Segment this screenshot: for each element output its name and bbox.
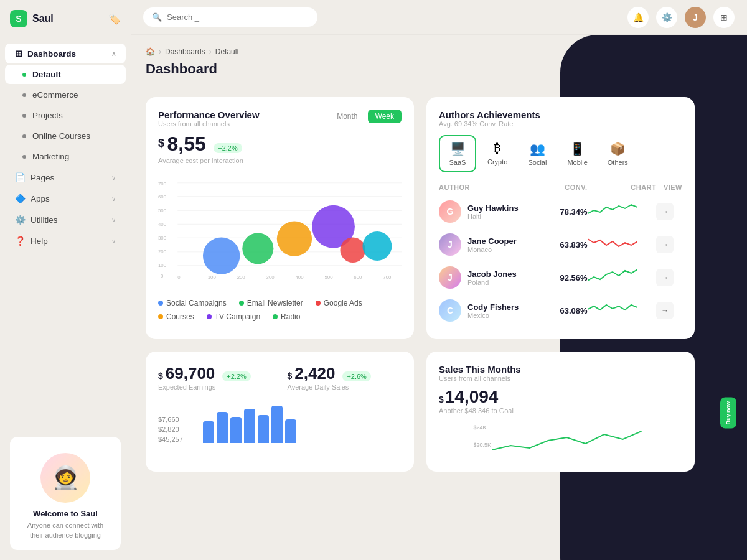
legend-radio: Radio [273, 312, 300, 321]
performance-value: 8,55 [167, 133, 205, 155]
author-tab-mobile[interactable]: 📱 Mobile [558, 135, 596, 172]
pin-icon[interactable]: 🏷️ [108, 13, 121, 25]
sidebar-item-projects[interactable]: Projects [5, 106, 126, 125]
sidebar-item-online-courses[interactable]: Online Courses [5, 126, 126, 146]
buy-now-button[interactable]: Buy now [720, 398, 736, 429]
view-jacob-button[interactable]: → [656, 269, 674, 286]
earnings-currency1: $ [158, 371, 163, 381]
search-input[interactable] [167, 12, 309, 22]
author-tab-social[interactable]: 👥 Social [519, 135, 556, 172]
sidebar-item-default[interactable]: Default [5, 65, 126, 84]
performance-card-header: Performance Overview Users from all chan… [158, 110, 402, 128]
sidebar-item-utilities[interactable]: ⚙️ Utilities ∨ [5, 210, 126, 230]
earnings-currency2: $ [288, 371, 293, 381]
sales-currency: $ [439, 394, 444, 404]
tab-month[interactable]: Month [329, 110, 365, 123]
author-name-jane: Jane Cooper [467, 236, 517, 246]
app-name: Saul [32, 13, 54, 24]
saas-label: SaaS [449, 159, 466, 166]
welcome-subtitle: Anyone can connect with their audience b… [20, 521, 111, 540]
performance-value-row: $ 8,55 +2.2% [158, 133, 402, 156]
sidebar-item-ecommerce[interactable]: eCommerce [5, 85, 126, 105]
avatar-cody: C [439, 299, 461, 322]
social-icon: 👥 [530, 141, 545, 156]
chevron-help-icon: ∨ [111, 238, 116, 245]
chevron-icon: ∧ [111, 50, 116, 57]
rp-user-icon[interactable]: 👤 [716, 167, 740, 191]
grid-button[interactable]: ⊞ [713, 7, 735, 28]
rp-grid-icon[interactable]: ⊞ [716, 110, 740, 134]
authors-card-header: Authors Achievements Avg. 69.34% Conv. R… [439, 110, 682, 128]
search-box[interactable]: 🔍 [143, 7, 317, 27]
svg-text:$20.5K: $20.5K [474, 442, 492, 448]
legend-label-email: Email Newsletter [247, 299, 303, 307]
performance-title: Performance Overview [158, 110, 260, 120]
legend-email-newsletter: Email Newsletter [239, 299, 303, 307]
mobile-label: Mobile [567, 159, 587, 166]
earnings-card: $ 69,700 +2.2% Expected Earnings $ 2,420… [146, 352, 414, 472]
earnings-label1: Expected Earnings [158, 383, 273, 391]
authors-title: Authors Achievements [439, 110, 540, 120]
sales-card: Sales This Months Users from all channel… [426, 352, 695, 472]
svg-point-25 [277, 222, 312, 256]
performance-badge: +2.2% [214, 143, 242, 153]
sidebar-nav: ⊞ Dashboards ∧ Default eCommerce Project… [0, 37, 131, 427]
breadcrumb-dashboards[interactable]: Dashboards [165, 47, 205, 56]
settings-button[interactable]: ⚙️ [656, 7, 677, 28]
sidebar-footer: 🧑‍🚀 Welcome to Saul Anyone can connect w… [0, 427, 131, 560]
bar-2 [217, 412, 228, 443]
legend-label-google: Google Ads [324, 299, 362, 307]
view-guy-button[interactable]: → [656, 203, 674, 220]
svg-text:600: 600 [354, 274, 362, 280]
author-tab-saas[interactable]: 🖥️ SaaS [439, 135, 476, 172]
svg-text:700: 700 [383, 274, 392, 280]
notifications-button[interactable]: 🔔 [627, 7, 649, 28]
rp-code-icon[interactable]: </> [716, 139, 740, 162]
breadcrumb-sep2: › [209, 47, 212, 56]
sidebar-item-pages[interactable]: 📄 Pages ∨ [5, 167, 126, 187]
mobile-icon: 📱 [570, 141, 585, 156]
sidebar-header: S Saul 🏷️ [0, 0, 131, 37]
author-loc-guy: Haiti [467, 213, 519, 220]
col-conv: CONV. [550, 180, 588, 195]
legend-label-radio: Radio [281, 312, 300, 321]
svg-text:400: 400 [296, 274, 304, 280]
crypto-icon: ₿ [494, 141, 500, 156]
rp-settings-icon[interactable]: ⚙️ [716, 196, 740, 220]
astronaut-illustration: 🧑‍🚀 [40, 453, 90, 503]
bubble-chart-svg: 700 600 500 400 300 200 100 0 0 100 200 [158, 169, 402, 294]
amount2: $2,820 [158, 426, 195, 433]
chevron-pages-icon: ∨ [111, 174, 116, 181]
bar-5 [258, 415, 269, 443]
conv-cody: 63.08% [560, 306, 588, 315]
author-tab-others[interactable]: 📦 Others [599, 135, 637, 172]
sidebar-item-marketing[interactable]: Marketing [5, 147, 126, 166]
tab-week[interactable]: Week [368, 110, 402, 123]
mini-chart-guy [588, 201, 637, 220]
svg-text:100: 100 [158, 263, 167, 268]
svg-point-27 [340, 237, 365, 263]
amount-labels: $7,660 $2,820 $45,257 [158, 416, 195, 443]
svg-point-24 [242, 233, 273, 264]
view-cody-button[interactable]: → [656, 302, 674, 319]
user-avatar[interactable]: J [685, 7, 706, 28]
legend-label-courses: Courses [166, 312, 194, 321]
create-project-button[interactable]: Create Project [618, 64, 695, 85]
sidebar-label-utilities: Utilities [31, 215, 58, 225]
rp-calendar-icon[interactable]: 📅 [716, 42, 740, 66]
rp-side-labels: Explore Help Buy now [720, 235, 736, 553]
view-jane-button[interactable]: → [656, 236, 674, 253]
svg-text:500: 500 [158, 208, 167, 213]
performance-tabs: Month Week [329, 110, 402, 123]
main-wrapper: 🔍 🔔 ⚙️ J ⊞ 🏠 › Dashboards › Default [131, 0, 747, 560]
author-tab-crypto[interactable]: ₿ Crypto [479, 135, 516, 172]
amount1: $7,660 [158, 416, 195, 423]
sidebar-item-help[interactable]: ❓ Help ∨ [5, 231, 126, 251]
sidebar-item-dashboards[interactable]: ⊞ Dashboards ∧ [5, 44, 126, 63]
svg-text:0: 0 [177, 274, 181, 280]
rp-add-icon[interactable]: ➕ [716, 71, 740, 95]
svg-point-28 [362, 231, 392, 261]
breadcrumb-home[interactable]: 🏠 [146, 47, 155, 56]
sidebar-item-apps[interactable]: 🔷 Apps ∨ [5, 189, 126, 208]
earnings-badge2: +2.6% [342, 371, 371, 381]
